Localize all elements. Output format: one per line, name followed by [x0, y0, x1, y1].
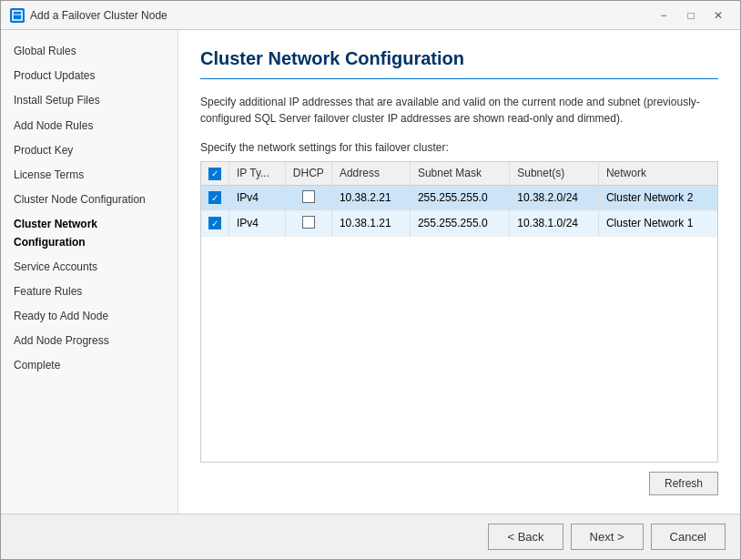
maximize-button[interactable]: □	[678, 6, 704, 25]
sidebar-item-product-key[interactable]: Product Key	[1, 138, 178, 163]
sidebar-item-license-terms[interactable]: License Terms	[1, 163, 178, 188]
col-dhcp: DHCP	[285, 162, 331, 185]
row-checkbox-cell-1[interactable]: ✓	[201, 210, 229, 236]
page-description: Specify additional IP addresses that are…	[200, 94, 710, 127]
sidebar-item-feature-rules[interactable]: Feature Rules	[1, 280, 178, 304]
cancel-button[interactable]: Cancel	[651, 524, 726, 550]
sidebar-item-cluster-node-configuration[interactable]: Cluster Node Configuration	[1, 188, 178, 212]
col-subnets: Subnet(s)	[510, 162, 599, 185]
cell-subnets-1: 10.38.1.0/24	[510, 210, 599, 236]
col-address: Address	[331, 162, 410, 185]
dhcp-checkbox-1[interactable]	[302, 216, 315, 229]
header-checkbox[interactable]: ✓	[208, 168, 221, 180]
cell-address-0: 10.38.2.21	[331, 185, 410, 210]
row-checkbox-1[interactable]: ✓	[208, 217, 221, 229]
sidebar-item-install-setup-files[interactable]: Install Setup Files	[1, 88, 178, 113]
cell-address-1: 10.38.1.21	[331, 210, 410, 236]
dhcp-checkbox-0[interactable]	[302, 190, 315, 203]
row-checkbox-0[interactable]: ✓	[208, 191, 221, 204]
sidebar-item-service-accounts[interactable]: Service Accounts	[1, 255, 178, 280]
cell-dhcp-1[interactable]	[285, 210, 331, 236]
cell-subnet-mask-0: 255.255.255.0	[410, 185, 509, 210]
sidebar-item-global-rules[interactable]: Global Rules	[1, 39, 178, 64]
cell-subnet-mask-1: 255.255.255.0	[410, 210, 509, 236]
next-button[interactable]: Next >	[571, 524, 644, 550]
title-bar-left: Add a Failover Cluster Node	[10, 8, 167, 23]
window-title: Add a Failover Cluster Node	[30, 9, 167, 22]
table-row: ✓IPv410.38.1.21255.255.255.010.38.1.0/24…	[201, 210, 717, 236]
close-button[interactable]: ✕	[705, 6, 731, 25]
refresh-area: Refresh	[200, 472, 718, 495]
cell-ip-type-1: IPv4	[229, 210, 286, 236]
cell-network-1: Cluster Network 1	[598, 210, 717, 236]
sidebar-item-product-updates[interactable]: Product Updates	[1, 64, 178, 88]
sidebar-item-ready-to-add-node[interactable]: Ready to Add Node	[1, 304, 178, 329]
app-icon	[10, 8, 25, 23]
table-header-row: ✓ IP Ty... DHCP Address Subnet Mask Subn…	[201, 162, 717, 185]
page-title: Cluster Network Configuration	[200, 48, 718, 69]
col-ip-type: IP Ty...	[229, 162, 286, 185]
sidebar-item-complete[interactable]: Complete	[1, 353, 178, 378]
col-network: Network	[598, 162, 717, 185]
col-subnet-mask: Subnet Mask	[410, 162, 509, 185]
sidebar-item-add-node-rules[interactable]: Add Node Rules	[1, 114, 178, 138]
sidebar: Global RulesProduct UpdatesInstall Setup…	[1, 30, 178, 514]
cell-dhcp-0[interactable]	[285, 185, 331, 210]
cell-ip-type-0: IPv4	[229, 185, 286, 210]
window-controls: − □ ✕	[651, 6, 731, 25]
sub-label: Specify the network settings for this fa…	[200, 141, 718, 154]
svg-rect-0	[13, 11, 22, 20]
network-table-container: ✓ IP Ty... DHCP Address Subnet Mask Subn…	[200, 161, 718, 463]
cell-network-0: Cluster Network 2	[598, 185, 717, 210]
cell-subnets-0: 10.38.2.0/24	[510, 185, 599, 210]
content-area: Global RulesProduct UpdatesInstall Setup…	[1, 30, 740, 514]
refresh-button[interactable]: Refresh	[649, 472, 718, 495]
sidebar-item-cluster-network-configuration[interactable]: Cluster Network Configuration	[1, 212, 178, 254]
table-row: ✓IPv410.38.2.21255.255.255.010.38.2.0/24…	[201, 185, 717, 210]
network-table: ✓ IP Ty... DHCP Address Subnet Mask Subn…	[201, 162, 717, 237]
back-button[interactable]: < Back	[488, 524, 563, 550]
title-bar: Add a Failover Cluster Node − □ ✕	[1, 1, 740, 30]
sidebar-item-add-node-progress[interactable]: Add Node Progress	[1, 329, 178, 353]
title-divider	[200, 78, 718, 79]
row-checkbox-cell-0[interactable]: ✓	[201, 185, 229, 210]
table-body: ✓IPv410.38.2.21255.255.255.010.38.2.0/24…	[201, 185, 717, 236]
main-panel: Cluster Network Configuration Specify ad…	[178, 30, 740, 514]
footer: < Back Next > Cancel	[1, 514, 740, 559]
minimize-button[interactable]: −	[651, 6, 676, 25]
header-checkbox-cell[interactable]: ✓	[201, 162, 229, 185]
main-window: Add a Failover Cluster Node − □ ✕ Global…	[0, 0, 741, 560]
